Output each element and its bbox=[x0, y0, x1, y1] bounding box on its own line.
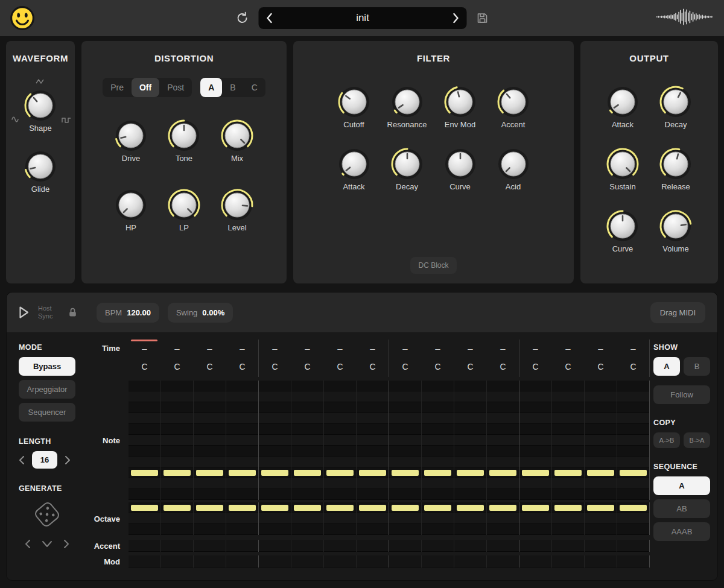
note-cell-r7-s13[interactable] bbox=[519, 457, 552, 467]
note-cell-r10-s6[interactable] bbox=[291, 489, 324, 500]
note-cell-r7-s1[interactable] bbox=[129, 457, 161, 467]
output-curve-dial[interactable] bbox=[603, 208, 642, 244]
note-cell-r7-s6[interactable] bbox=[291, 457, 324, 467]
note-bar[interactable] bbox=[294, 470, 321, 476]
note-name-11[interactable]: C bbox=[454, 356, 487, 377]
octave-cell-r2-s16[interactable] bbox=[617, 524, 650, 535]
note-cell-r8-s8[interactable] bbox=[357, 467, 389, 478]
note-cell-r4-s12[interactable] bbox=[487, 424, 519, 435]
octave-cell-r0-s5[interactable] bbox=[259, 502, 291, 513]
distortion-mode-seg-off-button[interactable]: Off bbox=[132, 78, 159, 97]
note-bar[interactable] bbox=[522, 470, 549, 476]
note-cell-r2-s16[interactable] bbox=[617, 402, 650, 413]
note-cell-r8-s4[interactable] bbox=[226, 467, 259, 478]
note-cell-r1-s9[interactable] bbox=[389, 391, 422, 402]
note-cell-r7-s5[interactable] bbox=[259, 457, 291, 467]
swing-control[interactable]: Swing 0.00% bbox=[168, 303, 233, 323]
octave-cell-r2-s8[interactable] bbox=[357, 524, 389, 535]
note-cell-r2-s15[interactable] bbox=[585, 402, 617, 413]
octave-cell-r1-s6[interactable] bbox=[291, 513, 324, 524]
note-bar[interactable] bbox=[164, 470, 191, 476]
note-cell-r6-s8[interactable] bbox=[357, 446, 389, 457]
note-cell-r8-s1[interactable] bbox=[129, 467, 161, 478]
note-cell-r6-s3[interactable] bbox=[194, 446, 226, 457]
note-cell-r9-s10[interactable] bbox=[422, 478, 454, 489]
note-cell-r3-s10[interactable] bbox=[422, 413, 454, 424]
note-name-2[interactable]: C bbox=[161, 356, 194, 377]
time-step-2[interactable]: – bbox=[161, 340, 194, 356]
note-cell-r4-s1[interactable] bbox=[129, 424, 161, 435]
mod-cell-13[interactable] bbox=[519, 555, 552, 567]
note-name-15[interactable]: C bbox=[585, 356, 617, 377]
mode-sequencer-button[interactable]: Sequencer bbox=[19, 403, 75, 422]
note-cell-r8-s12[interactable] bbox=[487, 467, 519, 478]
note-cell-r8-s11[interactable] bbox=[454, 467, 487, 478]
note-cell-r8-s14[interactable] bbox=[552, 467, 585, 478]
mod-cell-5[interactable] bbox=[259, 555, 291, 567]
note-cell-r10-s15[interactable] bbox=[585, 489, 617, 500]
note-name-6[interactable]: C bbox=[291, 356, 324, 377]
octave-cell-r1-s10[interactable] bbox=[422, 513, 454, 524]
mod-cell-14[interactable] bbox=[552, 555, 585, 567]
mod-cell-9[interactable] bbox=[389, 555, 422, 567]
save-icon[interactable] bbox=[477, 12, 489, 24]
note-cell-r2-s5[interactable] bbox=[259, 402, 291, 413]
note-cell-r4-s11[interactable] bbox=[454, 424, 487, 435]
octave-bar[interactable] bbox=[587, 505, 614, 511]
note-cell-r7-s15[interactable] bbox=[585, 457, 617, 467]
filter-curve-dial[interactable] bbox=[441, 146, 480, 182]
note-cell-r2-s12[interactable] bbox=[487, 402, 519, 413]
note-name-3[interactable]: C bbox=[194, 356, 226, 377]
octave-cell-r0-s2[interactable] bbox=[161, 502, 194, 513]
note-cell-r1-s12[interactable] bbox=[487, 391, 519, 402]
octave-bar[interactable] bbox=[424, 505, 451, 511]
note-name-14[interactable]: C bbox=[552, 356, 585, 377]
note-cell-r5-s4[interactable] bbox=[226, 435, 259, 446]
octave-cell-r0-s1[interactable] bbox=[129, 502, 161, 513]
accent-cell-8[interactable] bbox=[357, 540, 389, 552]
octave-cell-r1-s13[interactable] bbox=[519, 513, 552, 524]
show-b-button[interactable]: B bbox=[684, 357, 710, 376]
distortion-drive-dial[interactable] bbox=[112, 118, 150, 154]
octave-cell-r2-s15[interactable] bbox=[585, 524, 617, 535]
show-a-button[interactable]: A bbox=[653, 357, 680, 376]
length-value[interactable]: 16 bbox=[32, 451, 57, 469]
mod-cell-10[interactable] bbox=[422, 555, 454, 567]
note-cell-r5-s7[interactable] bbox=[324, 435, 357, 446]
octave-cell-r2-s2[interactable] bbox=[161, 524, 194, 535]
octave-cell-r0-s16[interactable] bbox=[617, 502, 650, 513]
time-step-3[interactable]: – bbox=[194, 340, 226, 356]
note-cell-r2-s7[interactable] bbox=[324, 402, 357, 413]
note-bar[interactable] bbox=[229, 470, 256, 476]
note-bar[interactable] bbox=[261, 470, 288, 476]
note-cell-r8-s2[interactable] bbox=[161, 467, 194, 478]
note-name-16[interactable]: C bbox=[617, 356, 650, 377]
octave-cell-r2-s13[interactable] bbox=[519, 524, 552, 535]
sequence-aaab-button[interactable]: AAAB bbox=[653, 522, 710, 541]
octave-cell-r1-s14[interactable] bbox=[552, 513, 585, 524]
octave-bar[interactable] bbox=[294, 505, 321, 511]
octave-cell-r1-s9[interactable] bbox=[389, 513, 422, 524]
note-cell-r10-s7[interactable] bbox=[324, 489, 357, 500]
time-step-14[interactable]: – bbox=[552, 340, 585, 356]
accent-cell-5[interactable] bbox=[259, 540, 291, 552]
mod-cell-11[interactable] bbox=[454, 555, 487, 567]
note-cell-r3-s15[interactable] bbox=[585, 413, 617, 424]
note-cell-r2-s11[interactable] bbox=[454, 402, 487, 413]
copy-a-b-button[interactable]: A->B bbox=[653, 432, 680, 448]
note-cell-r5-s15[interactable] bbox=[585, 435, 617, 446]
note-cell-r4-s16[interactable] bbox=[617, 424, 650, 435]
preset-next-icon[interactable] bbox=[453, 13, 460, 24]
note-cell-r3-s11[interactable] bbox=[454, 413, 487, 424]
note-cell-r6-s4[interactable] bbox=[226, 446, 259, 457]
mod-cell-6[interactable] bbox=[291, 555, 324, 567]
note-cell-r9-s8[interactable] bbox=[357, 478, 389, 489]
note-cell-r2-s14[interactable] bbox=[552, 402, 585, 413]
note-cell-r8-s15[interactable] bbox=[585, 467, 617, 478]
mod-cell-1[interactable] bbox=[129, 555, 161, 567]
note-cell-r5-s16[interactable] bbox=[617, 435, 650, 446]
note-cell-r0-s13[interactable] bbox=[519, 381, 552, 391]
note-cell-r3-s3[interactable] bbox=[194, 413, 226, 424]
note-cell-r10-s5[interactable] bbox=[259, 489, 291, 500]
note-cell-r5-s13[interactable] bbox=[519, 435, 552, 446]
